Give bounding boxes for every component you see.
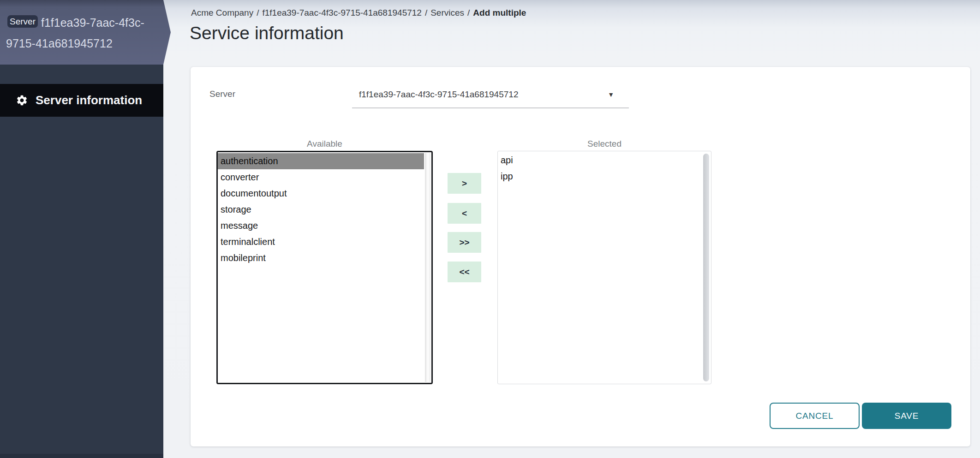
- available-item[interactable]: terminalclient: [218, 234, 424, 250]
- sidebar-footer-strip: [0, 454, 163, 458]
- available-item[interactable]: message: [218, 218, 424, 234]
- sidebar-item-server-information[interactable]: Server information: [0, 84, 163, 117]
- available-item[interactable]: documentoutput: [218, 185, 424, 202]
- available-label: Available: [216, 139, 433, 149]
- server-select[interactable]: f1f1ea39-7aac-4f3c-9715-41a681945712 ▼: [352, 83, 629, 108]
- breadcrumb-separator: /: [257, 8, 259, 18]
- server-badge: Server: [7, 15, 38, 28]
- selected-scrollbar-thumb[interactable]: [703, 154, 709, 381]
- service-form-card: Server f1f1ea39-7aac-4f3c-9715-41a681945…: [191, 67, 970, 446]
- available-scrollbar[interactable]: [425, 153, 430, 382]
- page-title: Service information: [190, 23, 344, 43]
- save-button[interactable]: SAVE: [862, 403, 951, 429]
- available-item[interactable]: storage: [218, 202, 424, 218]
- breadcrumb-item-current: Add multiple: [473, 8, 526, 18]
- available-item[interactable]: authentication: [218, 153, 424, 169]
- dropdown-caret-icon: ▼: [608, 83, 614, 107]
- available-listbox[interactable]: authentication converter documentoutput …: [216, 151, 433, 384]
- breadcrumb-separator: /: [425, 8, 427, 18]
- breadcrumb-item-services[interactable]: Services: [430, 8, 464, 18]
- selected-item[interactable]: api: [498, 152, 704, 168]
- move-all-right-button[interactable]: >>: [448, 232, 481, 253]
- server-select-value: f1f1ea39-7aac-4f3c-9715-41a681945712: [359, 83, 518, 107]
- selected-item[interactable]: ipp: [498, 168, 704, 184]
- selected-rows: api ipp: [498, 152, 704, 184]
- available-item[interactable]: converter: [218, 169, 424, 185]
- move-left-button[interactable]: <: [448, 203, 481, 224]
- gear-icon: [16, 94, 28, 107]
- breadcrumb-item-company[interactable]: Acme Company: [191, 8, 253, 18]
- sidebar-item-label: Server information: [36, 93, 142, 107]
- move-all-left-button[interactable]: <<: [448, 262, 481, 282]
- breadcrumb-item-server-id[interactable]: f1f1ea39-7aac-4f3c-9715-41a681945712: [262, 8, 421, 18]
- breadcrumb-separator: /: [467, 8, 470, 18]
- breadcrumb: Acme Company/f1f1ea39-7aac-4f3c-9715-41a…: [191, 8, 526, 18]
- cancel-button[interactable]: CANCEL: [770, 403, 860, 429]
- sidebar: Server f1f1ea39-7aac-4f3c- 9715-41a68194…: [0, 0, 163, 458]
- server-id-line2: 9715-41a681945712: [6, 37, 113, 50]
- sidebar-header-banner: Server f1f1ea39-7aac-4f3c- 9715-41a68194…: [0, 0, 171, 65]
- selected-label: Selected: [497, 139, 711, 149]
- move-right-button[interactable]: >: [448, 173, 481, 194]
- available-item[interactable]: mobileprint: [218, 250, 424, 266]
- server-field-label: Server: [209, 89, 235, 99]
- selected-listbox[interactable]: api ipp: [497, 151, 711, 384]
- server-id-line1: f1f1ea39-7aac-4f3c-: [41, 16, 144, 30]
- available-rows: authentication converter documentoutput …: [218, 153, 424, 266]
